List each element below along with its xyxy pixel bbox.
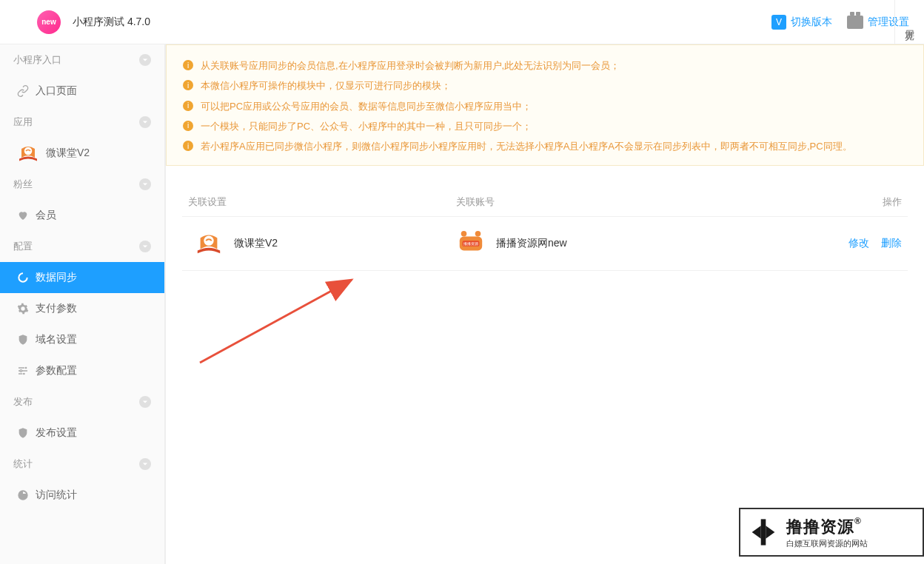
svg-rect-11 xyxy=(761,519,766,545)
svg-point-1 xyxy=(25,367,27,369)
notice-line: 若小程序A应用已同步微信小程序，则微信小程序同步小程序应用时，无法选择小程序A且… xyxy=(201,136,852,156)
sidebar-item-publish-settings[interactable]: 发布设置 xyxy=(0,417,164,449)
link-icon xyxy=(16,84,30,98)
heart-icon xyxy=(16,209,30,222)
sidebar-group-entry[interactable]: 小程序入口 xyxy=(0,44,164,75)
sidebar-group-label: 应用 xyxy=(13,115,33,129)
sidebar-group-label: 发布 xyxy=(13,395,33,409)
watermark-logo xyxy=(746,515,780,549)
info-icon: i xyxy=(183,121,193,131)
sidebar-item-label: 访问统计 xyxy=(36,489,77,502)
svg-point-3 xyxy=(23,373,25,375)
stats-icon xyxy=(16,489,30,502)
briefcase-icon xyxy=(847,16,863,29)
account-icon: 播播资源 xyxy=(456,229,486,258)
app-icon xyxy=(194,229,224,258)
notice-line: 从关联账号应用同步的会员信息,在小程序应用登录时会被判断为新用户,此处无法识别为… xyxy=(201,56,620,75)
chevron-down-icon xyxy=(139,396,151,408)
sidebar-item-domain[interactable]: 域名设置 xyxy=(0,324,164,355)
sidebar-item-data-sync[interactable]: 数据同步 xyxy=(0,262,164,293)
sidebar-item-pay-params[interactable]: 支付参数 xyxy=(0,293,164,324)
notice-line: 可以把PC应用或公众号应用的会员、数据等信息同步至微信小程序应用当中； xyxy=(201,96,532,116)
info-icon: i xyxy=(183,60,193,70)
sync-table: 关联设置 关联账号 操作 微课堂V2 播播资源 xyxy=(182,188,908,271)
chevron-down-icon xyxy=(139,178,151,190)
notice-line: 一个模块，只能同步了PC、公众号、小程序中的其中一种，且只可同步一个； xyxy=(201,116,532,136)
table-header: 关联设置 关联账号 操作 xyxy=(182,188,908,217)
sidebar-item-label: 支付参数 xyxy=(36,302,77,315)
watermark-subtitle: 白嫖互联网资源的网站 xyxy=(786,538,868,549)
app-logo: new xyxy=(37,10,61,34)
sidebar-item-member[interactable]: 会员 xyxy=(0,200,164,231)
chevron-down-icon xyxy=(139,241,151,252)
sidebar-item-label: 参数配置 xyxy=(36,364,77,377)
chevron-down-icon xyxy=(139,458,151,470)
watermark: 撸撸资源® 白嫖互联网资源的网站 xyxy=(739,508,924,557)
sidebar-group-label: 粉丝 xyxy=(13,178,33,191)
svg-point-6 xyxy=(475,231,481,237)
sidebar-item-entry-page[interactable]: 入口页面 xyxy=(0,75,164,107)
sync-icon xyxy=(16,271,30,284)
chevron-down-icon xyxy=(139,116,151,128)
svg-point-0 xyxy=(24,147,33,155)
app-title: 小程序测试 4.7.0 xyxy=(73,16,150,29)
wkt-icon xyxy=(16,141,40,165)
sliders-icon xyxy=(16,364,30,377)
content-area: i从关联账号应用同步的会员信息,在小程序应用登录时会被判断为新用户,此处无法识别… xyxy=(165,44,924,564)
info-icon: i xyxy=(183,101,193,111)
sidebar-item-wkt[interactable]: 微课堂V2 xyxy=(0,138,164,169)
svg-point-2 xyxy=(20,370,22,372)
gear-icon xyxy=(16,302,30,315)
table-row: 微课堂V2 播播资源 播播资源网new 修改 删除 xyxy=(182,217,908,271)
sidebar-item-visit-stats[interactable]: 访问统计 xyxy=(0,480,164,511)
svg-point-4 xyxy=(204,236,213,246)
sidebar-item-label: 会员 xyxy=(36,209,56,222)
th-relation-account: 关联账号 xyxy=(456,195,834,209)
svg-text:播播资源: 播播资源 xyxy=(463,241,478,246)
sidebar-group-publish[interactable]: 发布 xyxy=(0,386,164,417)
sidebar-item-label: 域名设置 xyxy=(36,333,77,346)
info-icon: i xyxy=(183,80,193,90)
widescreen-toggle[interactable]: 宽屏 xyxy=(894,0,924,44)
sidebar-item-label: 数据同步 xyxy=(36,271,77,284)
header-bar: new 小程序测试 4.7.0 V 切换版本 管理设置 xyxy=(0,0,924,44)
th-actions: 操作 xyxy=(834,195,908,209)
th-relation-setting: 关联设置 xyxy=(182,195,456,209)
switch-version-button[interactable]: V 切换版本 xyxy=(771,15,832,30)
notice-line: 本微信小程序可操作的模块中，仅显示可进行同步的模块； xyxy=(201,75,451,95)
delete-link[interactable]: 删除 xyxy=(881,237,902,250)
chevron-down-icon xyxy=(139,54,151,66)
shield-icon xyxy=(16,426,30,440)
sidebar-group-label: 统计 xyxy=(13,457,33,471)
sidebar-group-label: 小程序入口 xyxy=(13,53,61,67)
edit-link[interactable]: 修改 xyxy=(848,237,869,250)
info-icon: i xyxy=(183,141,193,151)
sidebar-item-label: 入口页面 xyxy=(36,84,77,98)
sidebar-item-label: 微课堂V2 xyxy=(46,147,90,160)
sidebar: 小程序入口 入口页面 应用 微课堂V2 粉丝 xyxy=(0,44,165,564)
watermark-title: 撸撸资源® xyxy=(786,516,868,538)
app-name: 微课堂V2 xyxy=(234,237,278,250)
sidebar-group-fans[interactable]: 粉丝 xyxy=(0,169,164,200)
version-icon: V xyxy=(771,15,786,30)
notice-box: i从关联账号应用同步的会员信息,在小程序应用登录时会被判断为新用户,此处无法识别… xyxy=(166,44,924,166)
sidebar-group-stats[interactable]: 统计 xyxy=(0,449,164,480)
sidebar-group-label: 配置 xyxy=(13,240,33,253)
sidebar-group-app[interactable]: 应用 xyxy=(0,107,164,138)
shield-icon xyxy=(16,333,30,346)
sidebar-group-config[interactable]: 配置 xyxy=(0,231,164,262)
sidebar-item-param-config[interactable]: 参数配置 xyxy=(0,355,164,386)
sidebar-item-label: 发布设置 xyxy=(36,426,77,440)
svg-point-5 xyxy=(461,231,467,237)
account-name: 播播资源网new xyxy=(496,237,567,250)
switch-version-label: 切换版本 xyxy=(791,16,832,29)
